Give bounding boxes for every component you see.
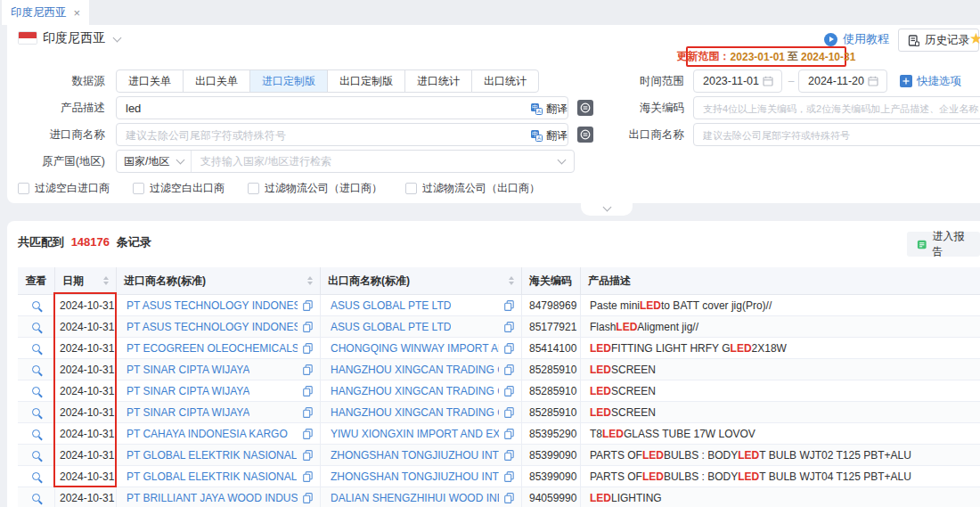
- exporter-link[interactable]: YIWU XIONGXIN IMPORT AND EXPORT...: [331, 428, 499, 440]
- product-desc-input[interactable]: [116, 96, 568, 119]
- exporter-link[interactable]: HANGZHOU XINGCAN TRADING CO LTD: [331, 406, 499, 419]
- copy-icon[interactable]: [504, 322, 514, 332]
- origin-type-select[interactable]: 国家/地区: [117, 151, 192, 172]
- importer-link[interactable]: PT SINAR CIPTA WIJAYA: [127, 385, 249, 397]
- exporter-link[interactable]: HANGZHOU XINGCAN TRADING CO LTD: [331, 385, 499, 397]
- datasource-tab[interactable]: 进口定制版: [249, 70, 328, 93]
- sort-icon[interactable]: [307, 276, 313, 285]
- checkbox-icon[interactable]: [133, 183, 144, 194]
- copy-icon[interactable]: [504, 343, 514, 354]
- origin-search-input[interactable]: 支持输入国家/地区进行检索: [192, 154, 574, 169]
- product-desc-cell: LED SCREEN: [581, 359, 980, 380]
- filter-checkbox[interactable]: 过滤物流公司（出口商）: [405, 181, 540, 196]
- view-detail-icon[interactable]: [32, 494, 40, 502]
- date-from-input[interactable]: [693, 70, 782, 93]
- quick-options-button[interactable]: 快捷选项: [900, 70, 961, 93]
- copy-icon[interactable]: [303, 386, 313, 397]
- datasource-tab[interactable]: 出口关单: [183, 70, 250, 93]
- translate-button[interactable]: 中A 翻译: [531, 102, 568, 117]
- copy-icon[interactable]: [303, 450, 313, 461]
- importer-link[interactable]: PT BRILLIANT JAYA WOOD INDUSTRY: [127, 492, 298, 504]
- exclude-filter-icon[interactable]: [577, 127, 593, 143]
- exporter-cell: CHONGQING WINWAY IMPORT AND E...: [321, 338, 522, 358]
- exporter-link[interactable]: CHONGQING WINWAY IMPORT AND E...: [331, 342, 499, 355]
- copy-icon[interactable]: [303, 407, 313, 418]
- importer-link[interactable]: PT GLOBAL ELEKTRIK NASIONAL: [127, 470, 297, 483]
- col-header-view: 查看: [18, 267, 55, 294]
- view-detail-icon[interactable]: [32, 387, 40, 395]
- copy-icon[interactable]: [504, 300, 514, 311]
- sort-icon[interactable]: [509, 276, 514, 285]
- copy-icon[interactable]: [504, 429, 514, 439]
- view-detail-icon[interactable]: [32, 301, 40, 309]
- exporter-link[interactable]: HANGZHOU XINGCAN TRADING CO LTD: [331, 364, 499, 376]
- exporter-input[interactable]: [693, 123, 980, 146]
- copy-icon[interactable]: [303, 429, 313, 439]
- copy-icon[interactable]: [504, 364, 514, 375]
- copy-icon[interactable]: [504, 407, 514, 418]
- hs-code-cell: 85285910: [522, 402, 581, 422]
- importer-link[interactable]: PT GLOBAL ELEKTRIK NASIONAL: [127, 449, 297, 462]
- product-desc-cell: LED SCREEN: [581, 402, 980, 422]
- exporter-link[interactable]: ASUS GLOBAL PTE LTD: [331, 321, 451, 333]
- importer-link[interactable]: PT ECOGREEN OLEOCHEMICALS: [127, 342, 298, 355]
- datasource-tab[interactable]: 进口关单: [116, 70, 184, 93]
- importer-link[interactable]: PT SINAR CIPTA WIJAYA: [127, 406, 249, 419]
- importer-link[interactable]: PT CAHAYA INDONESIA KARGO: [127, 428, 288, 440]
- col-header-date[interactable]: 日期: [55, 267, 117, 294]
- datasource-tab[interactable]: 进口统计: [404, 70, 472, 93]
- copy-icon[interactable]: [303, 493, 313, 503]
- time-range-label: 时间范围: [615, 70, 684, 93]
- copy-icon[interactable]: [303, 322, 313, 332]
- view-detail-icon[interactable]: [32, 408, 40, 416]
- exclude-filter-icon[interactable]: [577, 100, 593, 116]
- view-detail-icon[interactable]: [32, 472, 40, 480]
- copy-icon[interactable]: [504, 386, 514, 397]
- view-detail-icon[interactable]: [32, 451, 40, 459]
- view-detail-icon[interactable]: [32, 365, 40, 373]
- hs-code-input[interactable]: [693, 96, 980, 119]
- report-icon: [917, 239, 927, 250]
- view-detail-icon[interactable]: [32, 344, 40, 352]
- datasource-tab[interactable]: 出口定制版: [327, 70, 405, 93]
- sort-icon[interactable]: [103, 276, 109, 285]
- filter-checkbox[interactable]: 过滤物流公司（进口商）: [248, 181, 382, 196]
- copy-icon[interactable]: [303, 300, 313, 311]
- datasource-tab[interactable]: 出口统计: [471, 70, 539, 93]
- checkbox-icon[interactable]: [18, 183, 29, 194]
- copy-icon[interactable]: [504, 493, 514, 503]
- filter-checkbox[interactable]: 过滤空白进口商: [18, 181, 110, 196]
- copy-icon[interactable]: [303, 471, 313, 482]
- exporter-link[interactable]: DALIAN SHENGZHIHUI WOOD INDUST...: [331, 492, 499, 504]
- importer-input[interactable]: [116, 123, 568, 146]
- translate-button[interactable]: 中A 翻译: [531, 128, 568, 143]
- country-tab[interactable]: 印度尼西亚 ×: [2, 0, 89, 25]
- date-to-input[interactable]: [798, 70, 887, 93]
- exporter-link[interactable]: ASUS GLOBAL PTE LTD: [331, 299, 451, 312]
- tutorial-button[interactable]: 使用教程: [824, 31, 889, 47]
- importer-cell: PT GLOBAL ELEKTRIK NASIONAL: [117, 445, 321, 465]
- col-header-exporter[interactable]: 出口商名称(标准): [321, 267, 522, 294]
- copy-icon[interactable]: [504, 450, 514, 461]
- close-icon[interactable]: ×: [74, 7, 81, 19]
- collapse-panel-button[interactable]: [581, 203, 633, 216]
- importer-link[interactable]: PT ASUS TECHNOLOGY INDONESIA BA...: [127, 321, 298, 333]
- col-header-importer[interactable]: 进口商名称(标准): [117, 267, 321, 294]
- hs-code-cell: 85395290: [522, 423, 581, 444]
- exporter-link[interactable]: ZHONGSHAN TONGJIUZHOU INTERNA...: [331, 449, 499, 462]
- history-button[interactable]: 历史记录: [898, 29, 979, 52]
- country-tab-label: 印度尼西亚: [11, 5, 67, 20]
- copy-icon[interactable]: [303, 343, 313, 354]
- filter-checkbox[interactable]: 过滤空白出口商: [133, 181, 225, 196]
- view-detail-icon[interactable]: [32, 429, 40, 437]
- view-detail-icon[interactable]: [32, 323, 40, 331]
- star-icon[interactable]: ★: [969, 29, 980, 48]
- checkbox-icon[interactable]: [405, 183, 417, 194]
- enter-report-button[interactable]: 进入报告: [907, 232, 980, 257]
- checkbox-icon[interactable]: [248, 183, 259, 194]
- exporter-link[interactable]: ZHONGSHAN TONGJIUZHOU INTERNA...: [331, 470, 499, 483]
- copy-icon[interactable]: [303, 364, 313, 375]
- copy-icon[interactable]: [504, 471, 514, 482]
- importer-link[interactable]: PT SINAR CIPTA WIJAYA: [127, 364, 249, 376]
- importer-link[interactable]: PT ASUS TECHNOLOGY INDONESIA BA...: [127, 299, 298, 312]
